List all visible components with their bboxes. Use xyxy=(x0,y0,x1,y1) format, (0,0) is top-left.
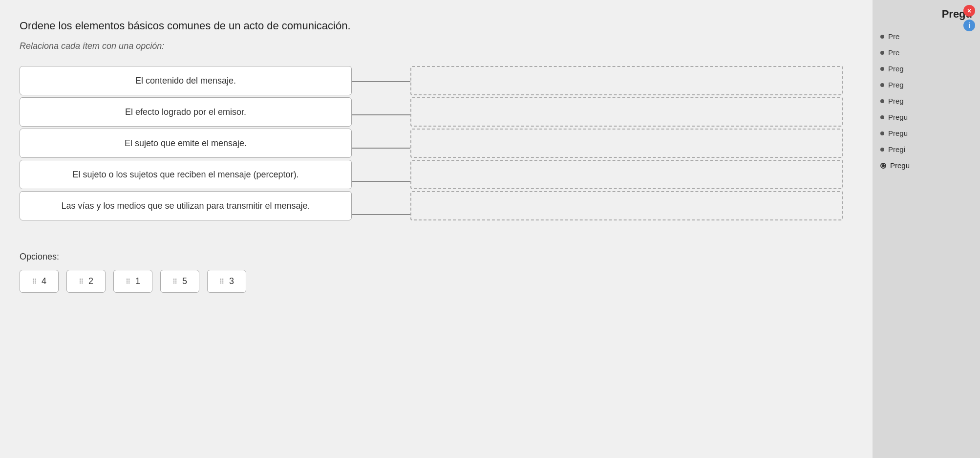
sidebar-bullet-0 xyxy=(880,35,884,39)
sidebar-header: Pregu xyxy=(878,8,974,21)
drop-box-0[interactable] xyxy=(410,66,843,95)
sidebar-item-2[interactable]: Preg xyxy=(878,61,974,77)
sidebar-items-list: PrePrePregPregPregPreguPreguPregiPregu xyxy=(878,28,974,174)
connector-row-0 xyxy=(352,66,410,97)
drop-column xyxy=(410,66,843,232)
drop-box-1[interactable] xyxy=(410,97,843,127)
item-box-item4[interactable]: El sujeto o los sujetos que reciben el m… xyxy=(20,160,352,189)
drag-icon-opt4: ⠿ xyxy=(32,278,37,285)
sidebar-item-label-7: Pregi xyxy=(888,145,905,153)
drop-box-3[interactable] xyxy=(410,160,843,189)
option-value-opt5: 5 xyxy=(182,276,187,286)
sidebar-item-label-3: Preg xyxy=(888,81,904,89)
sidebar-item-6[interactable]: Pregu xyxy=(878,125,974,141)
connector-line-1 xyxy=(352,114,410,115)
question-subtitle: Relaciona cada ítem con una opción: xyxy=(20,41,843,51)
option-value-opt1: 1 xyxy=(135,276,140,286)
sidebar-bullet-3 xyxy=(880,83,884,87)
connector-line-2 xyxy=(352,148,410,149)
sidebar-bullet-7 xyxy=(880,148,884,152)
sidebar-bullet-1 xyxy=(880,51,884,55)
option-value-opt4: 4 xyxy=(42,276,46,286)
sidebar-item-5[interactable]: Pregu xyxy=(878,109,974,125)
connector-column xyxy=(352,66,410,232)
option-chip-opt5[interactable]: ⠿5 xyxy=(160,270,199,293)
sidebar-item-1[interactable]: Pre xyxy=(878,44,974,61)
drag-icon-opt5: ⠿ xyxy=(172,278,177,285)
sidebar-bullet-8 xyxy=(880,163,886,169)
item-box-item3[interactable]: El sujeto que emite el mensaje. xyxy=(20,129,352,158)
sidebar-item-label-1: Pre xyxy=(888,48,899,57)
drag-icon-opt1: ⠿ xyxy=(126,278,130,285)
right-sidebar: × i Pregu PrePrePregPregPregPreguPreguPr… xyxy=(873,0,980,458)
item-box-item1[interactable]: El contenido del mensaje. xyxy=(20,66,352,95)
main-content: Ordene los elementos básicos comunes de … xyxy=(0,0,873,458)
sidebar-item-label-2: Preg xyxy=(888,65,904,73)
connector-row-2 xyxy=(352,132,410,164)
sidebar-item-3[interactable]: Preg xyxy=(878,77,974,93)
sidebar-bullet-4 xyxy=(880,99,884,103)
sidebar-bullet-6 xyxy=(880,131,884,135)
sidebar-bullet-5 xyxy=(880,115,884,119)
options-section: Opciones: ⠿4⠿2⠿1⠿5⠿3 xyxy=(20,252,843,293)
item-box-item5[interactable]: Las vías y los medios que se utilizan pa… xyxy=(20,191,352,220)
option-value-opt2: 2 xyxy=(88,276,93,286)
option-chip-opt3[interactable]: ⠿3 xyxy=(207,270,246,293)
option-chip-opt4[interactable]: ⠿4 xyxy=(20,270,59,293)
drag-icon-opt2: ⠿ xyxy=(79,278,84,285)
sidebar-item-0[interactable]: Pre xyxy=(878,28,974,44)
drop-box-4[interactable] xyxy=(410,191,843,220)
items-column: El contenido del mensaje.El efecto logra… xyxy=(20,66,352,232)
info-button[interactable]: i xyxy=(963,20,975,31)
option-chip-opt2[interactable]: ⠿2 xyxy=(66,270,106,293)
question-title: Ordene los elementos básicos comunes de … xyxy=(20,20,843,32)
sidebar-item-label-5: Pregu xyxy=(888,113,908,121)
close-button[interactable]: × xyxy=(963,5,975,17)
sidebar-bullet-2 xyxy=(880,67,884,71)
drag-icon-opt3: ⠿ xyxy=(219,278,224,285)
options-row: ⠿4⠿2⠿1⠿5⠿3 xyxy=(20,270,843,293)
option-chip-opt1[interactable]: ⠿1 xyxy=(113,270,152,293)
connector-row-4 xyxy=(352,199,410,230)
connector-row-3 xyxy=(352,166,410,197)
options-label: Opciones: xyxy=(20,252,843,262)
connector-line-3 xyxy=(352,181,410,182)
sidebar-item-8[interactable]: Pregu xyxy=(878,157,974,174)
matching-area: El contenido del mensaje.El efecto logra… xyxy=(20,66,843,232)
sidebar-item-7[interactable]: Pregi xyxy=(878,141,974,157)
sidebar-item-4[interactable]: Preg xyxy=(878,93,974,109)
connector-row-1 xyxy=(352,99,410,131)
connector-line-4 xyxy=(352,214,410,215)
item-box-item2[interactable]: El efecto logrado por el emisor. xyxy=(20,97,352,127)
option-value-opt3: 3 xyxy=(229,276,234,286)
drop-box-2[interactable] xyxy=(410,129,843,158)
sidebar-item-label-8: Pregu xyxy=(890,161,910,170)
sidebar-item-label-0: Pre xyxy=(888,32,899,41)
sidebar-item-label-4: Preg xyxy=(888,97,904,105)
connector-line-0 xyxy=(352,81,410,82)
sidebar-item-label-6: Pregu xyxy=(888,129,908,137)
